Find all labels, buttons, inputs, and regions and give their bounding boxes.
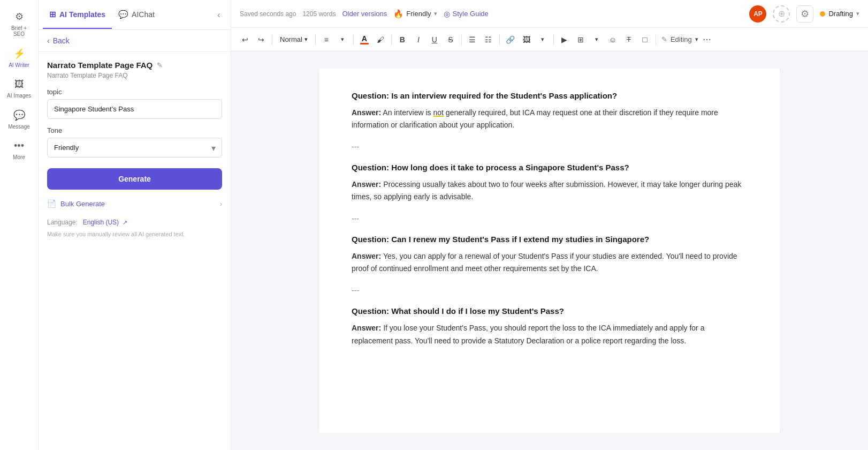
edit-title-icon[interactable]: ✎ (157, 61, 163, 69)
faq-question-1: Question: Is an interview required for t… (352, 90, 748, 102)
icon-sidebar: ⚙ Brief + SEO ⚡ AI Writer 🖼 AI Images 💬 … (0, 0, 39, 450)
tab-ai-chat[interactable]: 💬 AIChat (112, 1, 161, 29)
sidebar-item-message[interactable]: 💬 Message (4, 105, 34, 134)
table-options-button[interactable]: ▾ (589, 32, 604, 47)
chevron-down-icon: ▾ (695, 36, 698, 43)
editor-area: Saved seconds ago 1205 words Older versi… (231, 0, 868, 450)
table-button[interactable]: ⊞ (573, 32, 588, 47)
style-label: Normal (280, 35, 302, 43)
back-arrow-icon: ‹ (47, 36, 50, 45)
tone-label: Tone (47, 126, 222, 134)
user-avatar: AP (749, 5, 766, 22)
tab-label: AIChat (132, 10, 155, 19)
image-icon: 🖼 (14, 79, 24, 90)
answer-text-4: If you lose your Student's Pass, you sho… (352, 324, 704, 345)
sidebar-item-ai-writer[interactable]: ⚡ AI Writer (4, 43, 34, 72)
link-button[interactable]: 🔗 (503, 32, 518, 47)
underline-word: not (433, 108, 444, 117)
ordered-list-button[interactable]: ☷ (481, 32, 496, 47)
back-button[interactable]: ‹ Back (39, 30, 231, 52)
arrow-right-icon: › (220, 200, 222, 208)
redo-button[interactable]: ↪ (254, 32, 269, 47)
word-count: 1205 words (302, 10, 336, 18)
text-color-button[interactable]: A (357, 32, 372, 47)
tone-select[interactable]: Friendly Professional Casual Formal (47, 138, 222, 158)
toolbar-divider-3 (353, 34, 354, 45)
bullet-list-button[interactable]: ☰ (465, 32, 480, 47)
tone-select-wrapper: Friendly Professional Casual Formal ▾ (47, 138, 222, 158)
more-icon: ••• (14, 140, 24, 152)
image-options-button[interactable]: ▾ (535, 32, 550, 47)
editing-label: Editing (671, 35, 692, 43)
external-link-icon[interactable]: ↗ (123, 219, 127, 226)
tone-button[interactable]: 🔥 Friendly ▾ (393, 9, 437, 19)
chevron-down-icon: ▾ (434, 10, 437, 17)
sidebar-item-brief-seo[interactable]: ⚙ Brief + SEO (4, 6, 34, 41)
disclaimer-text: Make sure you manually review all AI gen… (47, 230, 222, 238)
sidebar-item-more[interactable]: ••• More (4, 136, 34, 164)
sidebar-item-label: AI Writer (9, 62, 29, 68)
italic-button[interactable]: I (411, 32, 426, 47)
collaborator-avatar: ⊕ (773, 5, 790, 22)
undo-button[interactable]: ↩ (238, 32, 253, 47)
generate-button[interactable]: Generate (47, 168, 222, 190)
back-label: Back (53, 36, 70, 45)
strikethrough-button[interactable]: S (443, 32, 458, 47)
doc-subtitle: Narrato Template Page FAQ (47, 72, 222, 79)
avatar-initials: AP (753, 10, 763, 18)
language-link[interactable]: English (US) (83, 219, 119, 226)
emoji-button[interactable]: ☺ (605, 32, 620, 47)
form-area: Narrato Template Page FAQ ✎ Narrato Temp… (39, 52, 231, 450)
faq-question-4: Question: What should I do if I lose my … (352, 305, 748, 318)
editor-inner: Question: Is an interview required for t… (319, 69, 780, 433)
bulk-generate-row[interactable]: 📄 Bulk Generate › (47, 197, 222, 210)
editor-content[interactable]: Question: Is an interview required for t… (231, 51, 868, 450)
language-row: Language: English (US) ↗ (47, 219, 222, 226)
tab-ai-templates[interactable]: ⊞ AI Templates (43, 1, 112, 29)
toolbar-divider-5 (461, 34, 462, 45)
drafting-badge[interactable]: Drafting ▾ (820, 10, 859, 18)
separator-3: --- (352, 286, 748, 295)
pencil-icon: ✎ (661, 35, 667, 43)
image-button[interactable]: 🖼 (519, 32, 534, 47)
style-guide-label: Style Guide (453, 10, 489, 18)
toolbar: ↩ ↪ Normal ▾ ≡ ▾ A 🖌 B I U S ☰ ☷ 🔗 🖼 ▾ ▶… (231, 28, 868, 51)
drafting-dot (820, 11, 825, 17)
tab-row: ⊞ AI Templates 💬 AIChat ‹ (39, 0, 231, 30)
play-button[interactable]: ▶ (557, 32, 572, 47)
top-bar: Saved seconds ago 1205 words Older versi… (231, 0, 868, 28)
doc-title-row: Narrato Template Page FAQ ✎ (47, 61, 222, 70)
separator-1: --- (352, 142, 748, 151)
sidebar-item-label: Message (8, 124, 30, 130)
toolbar-divider (272, 34, 272, 45)
text-style-selector[interactable]: Normal ▾ (276, 33, 312, 46)
faq-question-2: Question: How long does it take to proce… (352, 162, 748, 174)
highlight-button[interactable]: 🖌 (373, 32, 388, 47)
clear-format-button[interactable]: T (621, 32, 636, 47)
answer-prefix-2: Answer: (352, 180, 381, 189)
sidebar-item-ai-images[interactable]: 🖼 AI Images (4, 74, 34, 103)
more-options-button[interactable]: □ (637, 32, 652, 47)
topic-input[interactable] (47, 99, 222, 119)
collapse-panel-button[interactable]: ‹ (211, 8, 226, 22)
text-color-a: A (362, 34, 367, 43)
align-options-button[interactable]: ▾ (335, 32, 350, 47)
toolbar-divider-8 (656, 34, 656, 45)
underline-button[interactable]: U (427, 32, 442, 47)
tone-label: Friendly (406, 10, 431, 18)
left-panel: ⊞ AI Templates 💬 AIChat ‹ ‹ Back Narrato… (39, 0, 231, 450)
faq-block-1: Question: Is an interview required for t… (352, 90, 748, 132)
person-icon: ⊕ (778, 9, 785, 19)
chevron-left-icon: ‹ (217, 10, 220, 20)
faq-answer-3: Answer: Yes, you can apply for a renewal… (352, 250, 748, 276)
faq-block-2: Question: How long does it take to proce… (352, 162, 748, 204)
align-button[interactable]: ≡ (319, 32, 334, 47)
bulk-generate-icon: 📄 (47, 199, 56, 208)
bold-button[interactable]: B (395, 32, 410, 47)
faq-block-3: Question: Can I renew my Student's Pass … (352, 234, 748, 275)
style-guide-button[interactable]: ◎ Style Guide (444, 10, 489, 18)
toolbar-divider-4 (391, 34, 392, 45)
settings-button[interactable]: ⚙ (796, 5, 813, 22)
older-versions-button[interactable]: Older versions (342, 10, 387, 18)
more-menu-button[interactable]: ⋯ (699, 32, 714, 47)
